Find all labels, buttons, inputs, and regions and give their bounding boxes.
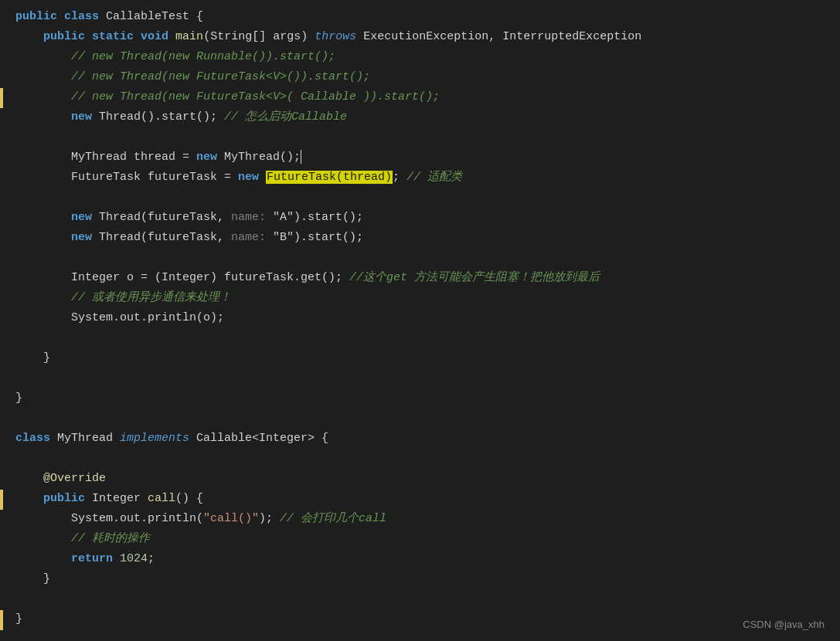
code-line (0, 590, 840, 610)
code-line (0, 188, 840, 209)
code-editor: public class CallableTest { public stati… (0, 0, 840, 641)
code-line: @Override (0, 470, 840, 490)
code-line: System.out.println(o); (0, 309, 840, 329)
code-line: } (0, 349, 840, 369)
code-line: System.out.println("call()"); // 会打印几个ca… (0, 510, 840, 530)
code-line: } (0, 570, 840, 590)
code-line: return 1024; (0, 550, 840, 570)
code-line: new Thread(futureTask, name: "B").start(… (0, 229, 840, 249)
code-line (0, 329, 840, 349)
code-line: new Thread(futureTask, name: "A").start(… (0, 209, 840, 229)
code-line: // 或者使用异步通信来处理！ (0, 289, 840, 309)
code-line: // new Thread(new FutureTask<V>()).start… (0, 68, 840, 88)
code-line: // new Thread(new FutureTask<V>( Callabl… (0, 88, 840, 108)
code-line: class MyThread implements Callable<Integ… (0, 429, 840, 449)
code-line (0, 249, 840, 269)
code-line: public Integer call() { (0, 490, 840, 510)
code-line: } (0, 389, 840, 409)
code-line (0, 449, 840, 470)
code-line: new Thread().start(); // 怎么启动Callable (0, 108, 840, 128)
code-line: // new Thread(new Runnable()).start(); (0, 48, 840, 68)
watermark: CSDN @java_xhh (743, 617, 825, 633)
code-line (0, 409, 840, 429)
code-line (0, 369, 840, 389)
code-line: Integer o = (Integer) futureTask.get(); … (0, 269, 840, 289)
code-line: public class CallableTest { (0, 8, 840, 28)
code-line: public static void main(String[] args) t… (0, 28, 840, 48)
code-line (0, 128, 840, 148)
code-line: // 耗时的操作 (0, 530, 840, 550)
code-line: MyThread thread = new MyThread(); (0, 148, 840, 168)
code-line: } (0, 610, 840, 630)
code-line: FutureTask futureTask = new FutureTask(t… (0, 168, 840, 188)
